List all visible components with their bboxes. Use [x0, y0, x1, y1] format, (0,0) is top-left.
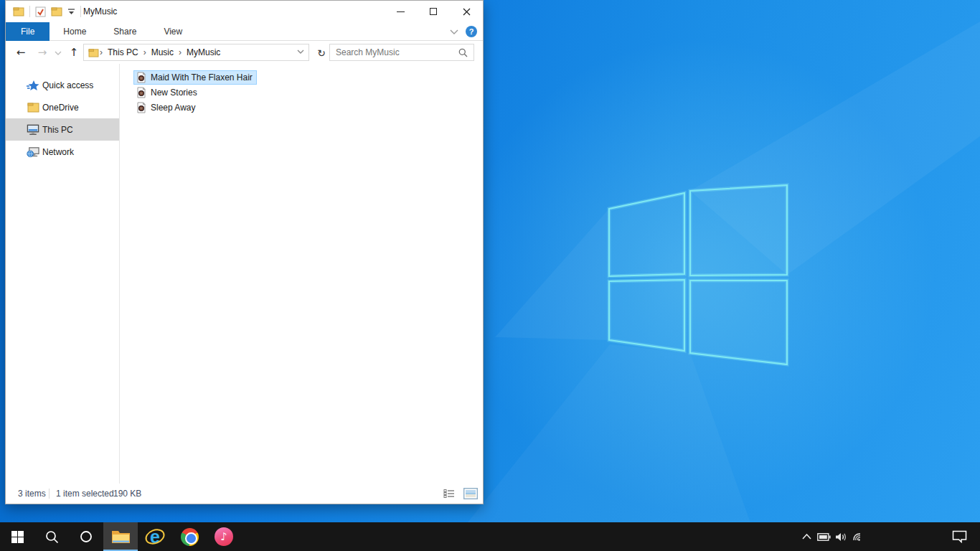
large-icons-view-button[interactable] — [463, 486, 479, 501]
ribbon-tab-row: File Home Share View ? — [6, 22, 483, 41]
back-button[interactable]: ← — [11, 44, 30, 62]
sidebar-item-label: This PC — [42, 125, 73, 135]
status-bar: 3 items 1 item selected 190 KB — [6, 484, 483, 504]
file-name: New Stories — [151, 88, 197, 98]
address-folder-icon — [88, 48, 99, 57]
chevron-up-icon — [802, 534, 811, 540]
address-bar[interactable]: › This PC › Music › MyMusic — [83, 44, 309, 61]
breadcrumb-music[interactable]: Music — [147, 44, 178, 60]
window-title: MyMusic — [83, 6, 117, 17]
large-icons-view-icon — [463, 488, 478, 499]
wifi-indicator[interactable] — [850, 522, 867, 551]
file-list: Maid With The Flaxen Hair New Stories — [121, 64, 483, 485]
action-center-icon — [952, 530, 967, 543]
customize-qat-chevron-icon[interactable] — [67, 9, 75, 15]
close-icon — [463, 8, 471, 16]
system-tray — [0, 522, 980, 551]
search-icon[interactable] — [458, 48, 468, 57]
maximize-button[interactable] — [417, 1, 450, 22]
sidebar-item-label: Quick access — [42, 80, 93, 90]
sidebar-item-quick-access[interactable]: Quick access — [6, 74, 119, 96]
navigation-toolbar: ← → ↑ › This PC › Music › MyMusic ↻ — [6, 42, 483, 64]
caption-buttons — [384, 1, 483, 22]
music-file-icon — [136, 87, 147, 98]
sidebar-item-this-pc[interactable]: This PC — [6, 118, 119, 141]
properties-qat-icon[interactable] — [35, 6, 46, 17]
action-center-button[interactable] — [948, 522, 970, 551]
file-row-maid-with-the-flaxen-hair[interactable]: Maid With The Flaxen Hair — [121, 70, 483, 85]
help-glyph: ? — [469, 27, 474, 36]
tab-file[interactable]: File — [6, 22, 50, 41]
file-name: Sleep Away — [151, 103, 196, 113]
sidebar-item-label: OneDrive — [42, 103, 79, 113]
qat-separator — [80, 6, 81, 17]
maximize-icon — [430, 8, 437, 15]
file-row-sleep-away[interactable]: Sleep Away — [121, 100, 483, 115]
file-explorer-window: MyMusic File Home Share View ? — [5, 0, 484, 504]
volume-indicator[interactable] — [832, 522, 849, 551]
file-row-new-stories[interactable]: New Stories — [121, 85, 483, 100]
music-file-icon — [136, 72, 147, 83]
recent-locations-chevron-icon[interactable] — [53, 51, 63, 55]
minimize-button[interactable] — [384, 1, 417, 22]
breadcrumb-this-pc[interactable]: This PC — [103, 44, 143, 60]
forward-button[interactable]: → — [33, 44, 52, 62]
search-box — [329, 44, 474, 61]
minimize-icon — [397, 11, 405, 12]
title-bar[interactable]: MyMusic — [6, 1, 483, 22]
help-button[interactable]: ? — [466, 26, 477, 37]
refresh-button[interactable]: ↻ — [314, 45, 329, 61]
view-toggles — [441, 486, 479, 501]
navigation-pane: Quick access OneDrive — [6, 64, 120, 485]
sidebar-item-network[interactable]: Network — [6, 141, 119, 163]
music-file-icon — [136, 102, 147, 113]
expand-ribbon-chevron-icon[interactable] — [450, 29, 458, 34]
search-input[interactable] — [336, 45, 451, 60]
network-computer-icon — [27, 146, 39, 159]
wifi-icon — [852, 532, 865, 542]
battery-indicator[interactable] — [815, 522, 832, 551]
onedrive-folder-icon — [27, 101, 39, 114]
hidden-icons-button[interactable] — [798, 522, 815, 551]
this-pc-monitor-icon — [27, 123, 39, 136]
ribbon-right-controls: ? — [450, 22, 477, 41]
details-view-button[interactable] — [441, 486, 457, 501]
sidebar-item-onedrive[interactable]: OneDrive — [6, 96, 119, 118]
qat-separator — [29, 6, 30, 17]
up-button[interactable]: ↑ — [65, 44, 83, 62]
explorer-app-icon — [13, 6, 24, 17]
breadcrumb-mymusic[interactable]: MyMusic — [182, 44, 225, 60]
items-count: 3 items — [18, 489, 46, 499]
sidebar-item-label: Network — [42, 147, 74, 157]
new-folder-qat-icon[interactable] — [51, 6, 62, 17]
tab-view[interactable]: View — [150, 22, 196, 41]
file-name: Maid With The Flaxen Hair — [151, 72, 253, 83]
address-dropdown-chevron-icon[interactable] — [297, 50, 304, 54]
tab-home[interactable]: Home — [50, 22, 100, 41]
selection-count: 1 item selected — [56, 489, 114, 499]
tab-share[interactable]: Share — [100, 22, 150, 41]
explorer-body: Quick access OneDrive — [6, 64, 483, 485]
status-divider — [49, 489, 50, 499]
selection-size: 190 KB — [113, 489, 141, 499]
speaker-icon — [835, 532, 847, 542]
close-button[interactable] — [450, 1, 483, 22]
ribbon-tabs: File Home Share View — [6, 22, 196, 41]
quick-access-star-icon — [27, 79, 39, 92]
battery-icon — [817, 533, 831, 541]
quick-access-toolbar — [13, 1, 81, 22]
details-view-icon — [443, 489, 455, 499]
